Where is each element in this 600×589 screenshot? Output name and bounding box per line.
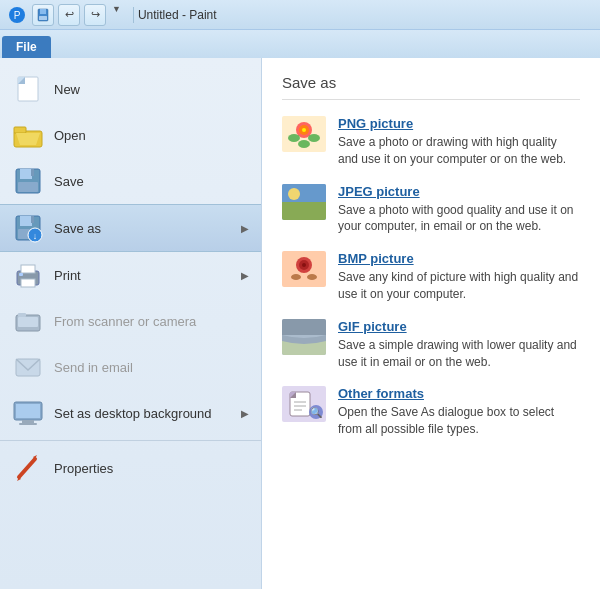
new-icon [12,73,44,105]
print-arrow: ▶ [241,270,249,281]
svg-rect-11 [20,169,32,179]
svg-rect-15 [20,216,32,226]
open-label: Open [54,128,249,143]
menu-item-email: Send in email [0,344,261,390]
png-option-icon [282,116,326,152]
gif-option-title: GIF picture [338,319,580,334]
quick-access-toolbar: ↩ ↪ ▼ [32,4,121,26]
jpeg-option-title: JPEG picture [338,184,580,199]
email-icon [12,351,44,383]
svg-point-36 [288,134,300,142]
svg-point-37 [308,134,320,142]
png-option-desc: Save a photo or drawing with high qualit… [338,134,580,168]
svg-rect-17 [31,216,34,223]
paint-app-icon: P [8,6,26,24]
title-bar: P ↩ ↪ ▼ Untitled - Paint [0,0,600,30]
svg-rect-25 [18,317,38,327]
saveas-icon: ↓ [12,212,44,244]
save-option-other[interactable]: 🔍 Other formats Open the Save As dialogu… [282,386,580,438]
svg-rect-22 [21,279,35,287]
svg-rect-21 [21,265,35,273]
svg-point-46 [302,263,306,267]
other-option-icon: 🔍 [282,386,326,422]
svg-rect-4 [39,16,47,20]
gif-option-content: GIF picture Save a simple drawing with l… [338,319,580,371]
svg-rect-23 [19,273,23,276]
saveas-label: Save as [54,221,241,236]
save-option-png[interactable]: PNG picture Save a photo or drawing with… [282,116,580,168]
svg-point-35 [302,128,306,132]
bmp-option-content: BMP picture Save any kind of picture wit… [338,251,580,303]
right-panel: Save as PNG picture Save a photo or draw… [262,58,600,589]
other-option-content: Other formats Open the Save As dialogue … [338,386,580,438]
file-menu: New Open Save [0,58,262,589]
svg-rect-26 [18,313,26,317]
properties-icon [12,452,44,484]
jpeg-option-desc: Save a photo with good quality and use i… [338,202,580,236]
menu-item-scanner: From scanner or camera [0,298,261,344]
menu-item-save[interactable]: Save [0,158,261,204]
desktop-icon [12,397,44,429]
desktop-arrow: ▶ [241,408,249,419]
menu-item-print[interactable]: Print ▶ [0,252,261,298]
print-label: Print [54,268,241,283]
saveas-arrow: ▶ [241,223,249,234]
svg-rect-9 [14,127,26,133]
menu-item-desktop[interactable]: Set as desktop background ▶ [0,390,261,436]
gif-option-desc: Save a simple drawing with lower quality… [338,337,580,371]
save-icon [12,165,44,197]
save-option-jpeg[interactable]: JPEG picture Save a photo with good qual… [282,184,580,236]
right-panel-title: Save as [282,74,580,100]
open-icon [12,119,44,151]
bmp-option-icon [282,251,326,287]
menu-item-new[interactable]: New [0,66,261,112]
svg-rect-12 [18,182,38,192]
png-option-title: PNG picture [338,116,580,131]
svg-rect-29 [16,404,40,418]
desktop-label: Set as desktop background [54,406,241,421]
svg-text:↓: ↓ [33,231,38,241]
undo-quick-btn[interactable]: ↩ [58,4,80,26]
email-label: Send in email [54,360,249,375]
customize-arrow[interactable]: ▼ [112,4,121,26]
save-label: Save [54,174,249,189]
jpeg-option-content: JPEG picture Save a photo with good qual… [338,184,580,236]
jpeg-option-icon [282,184,326,220]
svg-text:🔍: 🔍 [310,406,323,419]
gif-option-icon [282,319,326,355]
svg-point-47 [291,274,301,280]
svg-rect-31 [19,423,37,425]
bmp-option-title: BMP picture [338,251,580,266]
main-content: New Open Save [0,58,600,589]
svg-text:P: P [14,10,21,21]
menu-divider [0,440,261,441]
svg-point-38 [298,140,310,148]
png-option-content: PNG picture Save a photo or drawing with… [338,116,580,168]
scanner-label: From scanner or camera [54,314,249,329]
tab-file[interactable]: File [2,36,51,58]
save-option-gif[interactable]: GIF picture Save a simple drawing with l… [282,319,580,371]
svg-rect-3 [40,9,46,14]
other-option-desc: Open the Save As dialogue box to select … [338,404,580,438]
title-separator [133,7,134,23]
redo-quick-btn[interactable]: ↪ [84,4,106,26]
menu-item-open[interactable]: Open [0,112,261,158]
menu-item-saveas[interactable]: ↓ Save as ▶ [0,204,261,252]
properties-label: Properties [54,461,249,476]
svg-point-48 [307,274,317,280]
svg-rect-50 [282,319,326,335]
scanner-icon [12,305,44,337]
svg-rect-13 [31,169,34,176]
svg-point-42 [288,188,300,200]
svg-rect-30 [22,420,34,423]
menu-item-properties[interactable]: Properties [0,445,261,491]
other-option-title: Other formats [338,386,580,401]
svg-rect-41 [282,202,326,220]
ribbon-tabs: File [0,30,600,58]
print-icon [12,259,44,291]
save-quick-btn[interactable] [32,4,54,26]
window-title: Untitled - Paint [138,8,217,22]
save-option-bmp[interactable]: BMP picture Save any kind of picture wit… [282,251,580,303]
bmp-option-desc: Save any kind of picture with high quali… [338,269,580,303]
new-label: New [54,82,249,97]
